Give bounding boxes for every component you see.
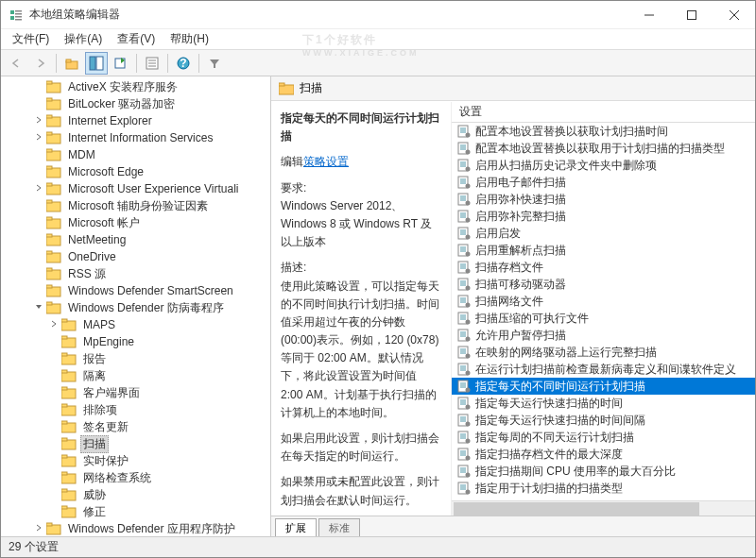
export-button[interactable] — [110, 52, 132, 75]
tree-item[interactable]: 隔离 — [1, 367, 270, 384]
tree-item-label: Microsoft Edge — [65, 164, 146, 179]
expander-icon[interactable] — [46, 318, 61, 331]
svg-rect-13 — [96, 57, 103, 70]
setting-item-label: 在映射的网络驱动器上运行完整扫描 — [475, 345, 657, 361]
setting-item[interactable]: 配置本地设置替换以获取用于计划扫描的扫描类型 — [452, 140, 755, 157]
tab-standard[interactable]: 标准 — [318, 518, 360, 536]
folder-icon — [46, 80, 61, 93]
tree-item[interactable]: Windows Defender 应用程序防护 — [1, 520, 270, 536]
tab-extended[interactable]: 扩展 — [275, 518, 317, 536]
setting-item[interactable]: 配置本地设置替换以获取计划扫描时间 — [452, 123, 755, 140]
edit-policy-link[interactable]: 策略设置 — [303, 155, 349, 168]
tree-item[interactable]: Microsoft 辅助身份验证因素 — [1, 197, 270, 214]
properties-button[interactable] — [141, 52, 163, 75]
setting-item[interactable]: 指定扫描期间 CPU 使用率的最大百分比 — [452, 463, 755, 480]
tree-item[interactable]: Windows Defender 防病毒程序 — [1, 299, 270, 316]
setting-item[interactable]: 扫描网络文件 — [452, 293, 755, 310]
up-button[interactable] — [60, 52, 83, 75]
setting-item[interactable]: 启用重解析点扫描 — [452, 242, 755, 259]
policy-icon — [457, 448, 471, 461]
tree-item[interactable]: Microsoft Edge — [1, 163, 270, 180]
tree-item[interactable]: 客户端界面 — [1, 384, 270, 401]
menu-view[interactable]: 查看(V) — [110, 29, 163, 49]
tree-item[interactable]: 报告 — [1, 350, 270, 367]
tree-item[interactable]: MpEngine — [1, 333, 270, 350]
setting-item-label: 启用重解析点扫描 — [475, 243, 566, 259]
setting-item[interactable]: 指定每天的不同时间运行计划扫描 — [452, 378, 755, 395]
tree-item[interactable]: 实时保护 — [1, 452, 270, 469]
setting-item[interactable]: 指定每天运行快速扫描的时间 — [452, 395, 755, 412]
setting-item[interactable]: 在映射的网络驱动器上运行完整扫描 — [452, 344, 755, 361]
tree-item[interactable]: 排除项 — [1, 401, 270, 418]
app-icon — [9, 8, 24, 23]
expander-icon[interactable] — [31, 131, 46, 144]
setting-item[interactable]: 启用从扫描历史记录文件夹中删除项 — [452, 157, 755, 174]
setting-item[interactable]: 指定用于计划扫描的扫描类型 — [452, 480, 755, 497]
expander-icon[interactable] — [31, 114, 46, 127]
help-button[interactable]: ? — [172, 52, 195, 75]
setting-item[interactable]: 启用启发 — [452, 225, 755, 242]
menu-action[interactable]: 操作(A) — [57, 29, 110, 49]
tree-item[interactable]: Internet Information Services — [1, 129, 270, 146]
tree-item[interactable]: ActiveX 安装程序服务 — [1, 78, 270, 95]
folder-icon — [46, 114, 61, 127]
menu-file[interactable]: 文件(F) — [5, 29, 57, 49]
policy-icon — [457, 278, 471, 291]
folder-icon — [46, 267, 61, 280]
horizontal-scrollbar[interactable] — [452, 500, 755, 516]
svg-point-126 — [466, 286, 471, 291]
setting-item[interactable]: 启用弥补完整扫描 — [452, 208, 755, 225]
folder-icon — [61, 454, 77, 467]
setting-item[interactable]: 在运行计划扫描前检查最新病毒定义和间谍软件定义 — [452, 361, 755, 378]
tree-item[interactable]: 修正 — [1, 503, 270, 520]
setting-item[interactable]: 指定每天运行快速扫描的时间间隔 — [452, 412, 755, 429]
policy-icon — [457, 363, 471, 376]
tree-item[interactable]: 扫描 — [1, 435, 270, 452]
tree-item[interactable]: 网络检查系统 — [1, 469, 270, 486]
forward-button[interactable] — [29, 52, 52, 75]
tree-item[interactable]: MAPS — [1, 316, 270, 333]
menu-help[interactable]: 帮助(H) — [163, 29, 216, 49]
tree-item[interactable]: Microsoft User Experience Virtuali — [1, 180, 270, 197]
setting-item[interactable]: 启用弥补快速扫描 — [452, 191, 755, 208]
policy-icon — [457, 193, 471, 206]
filter-button[interactable] — [203, 52, 226, 75]
setting-item[interactable]: 指定扫描存档文件的最大深度 — [452, 446, 755, 463]
expander-icon[interactable] — [31, 301, 46, 314]
svg-point-186 — [466, 490, 471, 495]
tree-item[interactable]: NetMeeting — [1, 231, 270, 248]
tree-item[interactable]: 签名更新 — [1, 418, 270, 435]
svg-point-91 — [466, 167, 471, 172]
tree-item-label: Internet Explorer — [65, 113, 155, 128]
tree-item[interactable]: OneDrive — [1, 248, 270, 265]
minimize-button[interactable] — [627, 1, 670, 28]
tree-item[interactable]: MDM — [1, 146, 270, 163]
tree-view[interactable]: ActiveX 安装程序服务BitLocker 驱动器加密Internet Ex… — [1, 76, 271, 536]
settings-column-header[interactable]: 设置 — [452, 102, 755, 123]
svg-rect-26 — [46, 115, 52, 118]
svg-point-116 — [466, 252, 471, 257]
maximize-button[interactable] — [670, 1, 713, 28]
show-hide-tree-button[interactable] — [85, 52, 108, 75]
tree-item[interactable]: RSS 源 — [1, 265, 270, 282]
setting-item[interactable]: 启用电子邮件扫描 — [452, 174, 755, 191]
svg-point-86 — [466, 150, 471, 155]
tree-item[interactable]: Windows Defender SmartScreen — [1, 282, 270, 299]
setting-item[interactable]: 指定每周的不同天运行计划扫描 — [452, 429, 755, 446]
settings-list[interactable]: 配置本地设置替换以获取计划扫描时间配置本地设置替换以获取用于计划扫描的扫描类型启… — [452, 123, 755, 500]
expander-icon[interactable] — [31, 522, 46, 535]
tree-item-label: 威胁 — [80, 486, 109, 504]
back-button[interactable] — [5, 52, 27, 75]
tree-item[interactable]: Internet Explorer — [1, 112, 270, 129]
close-button[interactable] — [713, 1, 755, 28]
setting-item[interactable]: 扫描可移动驱动器 — [452, 276, 755, 293]
setting-item[interactable]: 扫描压缩的可执行文件 — [452, 310, 755, 327]
tree-item[interactable]: Microsoft 帐户 — [1, 214, 270, 231]
expander-icon[interactable] — [31, 182, 46, 195]
tree-item-label: Windows Defender 应用程序防护 — [65, 520, 238, 537]
folder-icon — [46, 250, 61, 263]
tree-item[interactable]: BitLocker 驱动器加密 — [1, 95, 270, 112]
setting-item[interactable]: 允许用户暂停扫描 — [452, 327, 755, 344]
tree-item[interactable]: 威胁 — [1, 486, 270, 503]
setting-item[interactable]: 扫描存档文件 — [452, 259, 755, 276]
